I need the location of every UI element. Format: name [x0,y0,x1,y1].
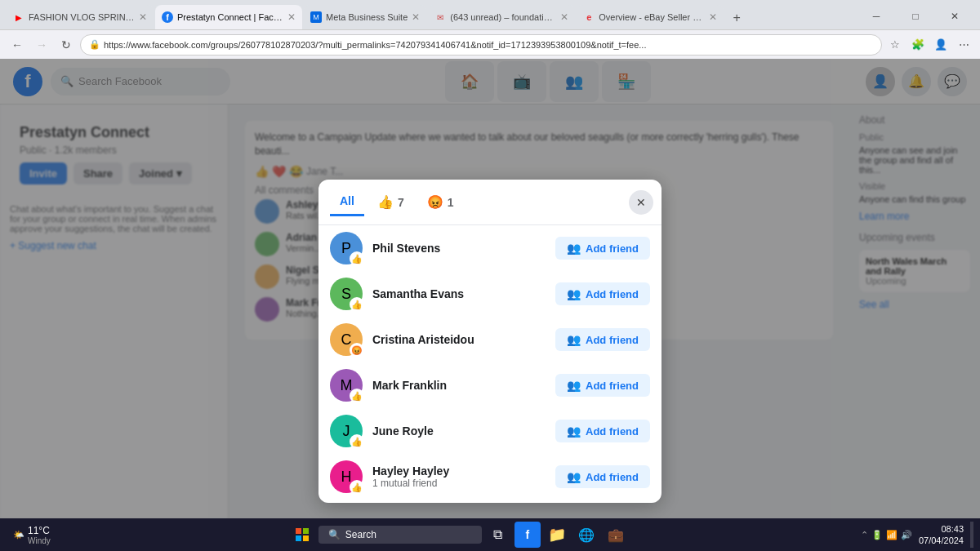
reaction-badge: 👍 [350,297,364,312]
taskbar-explorer[interactable]: 📁 [544,522,570,548]
tab-close-meta[interactable]: ✕ [412,11,420,23]
taskbar-teams[interactable]: 💼 [603,522,629,548]
tab-close-ebay[interactable]: ✕ [709,11,717,23]
taskbar-task-view[interactable]: ⧉ [485,522,511,548]
tab-favicon-ebay: e [583,11,595,23]
add-friend-button[interactable]: 👥 Add friend [555,374,650,397]
add-friend-icon: 👥 [567,379,581,392]
browser-chrome: ▶ FASHION VLOG SPRING 2024 | V... ✕ f Pr… [0,0,980,59]
facebook-page: f 🔍 Search Facebook 🏠 📺 👥 🏪 👤 🔔 💬 Presta… [0,59,980,518]
add-friend-button[interactable]: 👥 Add friend [555,420,650,442]
wifi-icon: 📶 [886,530,898,540]
settings-icon[interactable]: ⋯ [954,35,973,55]
reaction-person-row: M👍Mark Franklin👥 Add friend [318,362,662,408]
add-friend-icon: 👥 [567,242,581,255]
tab-meta[interactable]: M Meta Business Suite ✕ [304,5,426,29]
person-avatar-wrap: J👍 [330,415,363,447]
window-minimize[interactable]: ─ [858,3,895,29]
reaction-badge: 👍 [350,251,364,266]
weather-widget[interactable]: 🌤️ 11°C Windy [7,522,57,549]
angry-tab-emoji: 😡 [427,194,443,210]
tab-favicon-facebook: f [162,11,173,23]
tab-bar: ▶ FASHION VLOG SPRING 2024 | V... ✕ f Pr… [0,0,980,29]
tab-label-email: (643 unread) – foundationforfeа... [450,12,556,22]
tab-close-facebook[interactable]: ✕ [287,11,296,23]
tab-email[interactable]: ✉ (643 unread) – foundationforfeа... ✕ [428,5,575,29]
like-tab-emoji: 👍 [377,194,394,210]
taskbar-edge[interactable]: 🌐 [573,522,599,548]
reaction-badge: 👍 [350,434,364,449]
address-bar[interactable]: 🔒 https://www.facebook.com/groups/260778… [80,34,882,56]
profile-icon[interactable]: 👤 [931,35,951,55]
volume-icon[interactable]: 🔊 [901,530,912,540]
taskbar-search-label: Search [345,529,376,540]
reload-button[interactable]: ↻ [56,34,77,56]
back-button[interactable]: ← [7,34,28,56]
window-maximize[interactable]: □ [897,3,934,29]
extensions-icon[interactable]: 🧩 [908,35,928,55]
add-friend-button[interactable]: 👥 Add friend [555,465,650,488]
tab-facebook[interactable]: f Prestatyn Connect | Facebook ✕ [155,5,302,29]
address-text: https://www.facebook.com/groups/26077810… [104,40,873,50]
like-tab-count: 7 [398,196,404,209]
reaction-person-row: J👍June Royle👥 Add friend [318,408,662,454]
add-friend-button[interactable]: 👥 Add friend [555,282,650,305]
reaction-person-row: H👍Hayley Hayley1 mutual friend👥 Add frie… [318,454,662,500]
chevron-up-icon[interactable]: ⌃ [861,530,868,540]
tab-label-fashion: FASHION VLOG SPRING 2024 | V... [29,12,135,22]
person-avatar-wrap: M👍 [330,369,363,402]
person-avatar-wrap: C😡 [330,323,363,356]
search-icon: 🔍 [328,529,341,540]
add-friend-button[interactable]: 👥 Add friend [555,328,650,351]
taskbar-right: ⌃ 🔋 📶 🔊 08:43 07/04/2024 [861,522,973,548]
reactions-modal: All 👍 7 😡 1 ✕ P👍Phil Stevens👥 Add friend… [318,180,662,503]
reaction-badge: 😡 [350,343,364,358]
tab-label-meta: Meta Business Suite [326,12,408,22]
show-desktop-button[interactable] [970,522,973,548]
taskbar-sys-icons: ⌃ 🔋 📶 🔊 [861,530,912,540]
tab-favicon-email: ✉ [434,11,446,23]
person-name-wrap: Phil Stevens [372,242,546,255]
mutual-friends: 1 mutual friend [372,478,546,489]
reaction-tab-angry[interactable]: 😡 1 [417,188,464,216]
start-button[interactable] [289,522,315,548]
tab-ebay[interactable]: e Overview - eBay Seller Hub ✕ [577,5,724,29]
reactions-list: P👍Phil Stevens👥 Add friendS👍Samantha Eva… [318,225,662,503]
taskbar-center: 🔍 Search ⧉ f 📁 🌐 💼 [57,522,861,548]
bookmark-icon[interactable]: ☆ [885,35,905,55]
taskbar-fb-app[interactable]: f [514,522,541,548]
person-avatar-wrap: P👍 [330,232,363,264]
lock-icon: 🔒 [89,39,100,50]
window-close[interactable]: ✕ [936,3,973,29]
new-tab-button[interactable]: + [725,7,748,29]
nav-icons: ☆ 🧩 👤 ⋯ [885,35,973,55]
svg-rect-1 [303,528,309,534]
person-name-wrap: Mark Franklin [372,379,546,392]
reaction-person-row: P👍Phil Stevens👥 Add friend [318,225,662,271]
svg-rect-3 [303,535,309,541]
person-name-wrap: June Royle [372,424,546,438]
svg-rect-0 [296,528,301,534]
taskbar-time-date[interactable]: 08:43 07/04/2024 [919,523,964,547]
weather-icon: 🌤️ [13,530,24,540]
forward-button[interactable]: → [31,34,52,56]
taskbar-time: 08:43 [919,523,964,535]
tab-close-fashion[interactable]: ✕ [139,11,147,23]
reactions-modal-header: All 👍 7 😡 1 ✕ [318,180,662,225]
taskbar-search-box[interactable]: 🔍 Search [318,526,482,544]
weather-temp: 11°C [28,525,51,536]
person-name: Mark Franklin [372,379,546,392]
close-icon: ✕ [636,196,646,209]
person-name: Phil Stevens [372,242,546,255]
tab-fashion[interactable]: ▶ FASHION VLOG SPRING 2024 | V... ✕ [7,5,154,29]
reactions-modal-close-button[interactable]: ✕ [629,190,653,215]
person-name-wrap: Hayley Hayley1 mutual friend [372,464,546,489]
tab-close-email[interactable]: ✕ [560,11,568,23]
reaction-tab-like[interactable]: 👍 7 [368,188,414,216]
add-friend-button[interactable]: 👥 Add friend [555,237,650,260]
all-tab-label: All [340,194,354,207]
add-friend-icon: 👥 [567,287,581,300]
modal-overlay[interactable]: All 👍 7 😡 1 ✕ P👍Phil Stevens👥 Add friend… [0,59,980,518]
reaction-tab-all[interactable]: All [330,188,364,216]
svg-rect-2 [296,535,301,541]
